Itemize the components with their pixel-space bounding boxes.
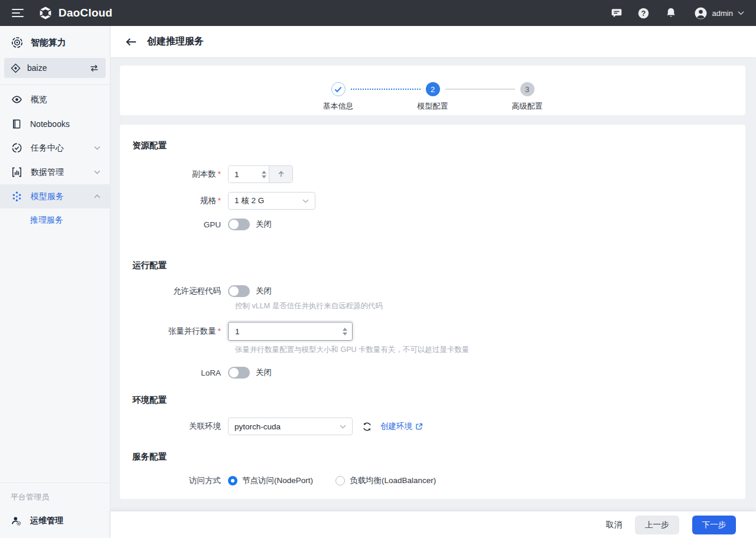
switch-workspace-icon[interactable] <box>89 64 99 73</box>
next-step-button[interactable]: 下一步 <box>692 516 737 534</box>
step-basic-info[interactable]: 基本信息 <box>331 82 346 96</box>
model-cluster-icon <box>11 191 22 202</box>
sidebar-item-label: 任务中心 <box>31 143 94 154</box>
chevron-down-icon <box>302 199 309 203</box>
sidebar-item-model-services[interactable]: 模型服务 <box>0 184 110 208</box>
spec-row: 规格* 1 核 2 G <box>132 192 729 210</box>
form-card: 资源配置 副本数* <box>120 125 745 499</box>
username: admin <box>712 9 733 18</box>
lora-toggle-state: 关闭 <box>256 367 272 378</box>
app-root: DaoCloud ? admin <box>0 0 756 538</box>
topbar: DaoCloud ? admin <box>0 0 756 26</box>
increment-icon[interactable] <box>343 328 347 331</box>
chevron-up-icon <box>94 194 100 198</box>
sidebar-subitem-label: 推理服务 <box>30 215 63 226</box>
replicas-row: 副本数* <box>132 165 729 183</box>
tensor-parallel-hint: 张量并行数量配置与模型大小和 GPU 卡数量有关，不可以超过显卡数量 <box>235 345 470 355</box>
sidebar-item-ops-management[interactable]: 运维管理 <box>0 508 110 533</box>
sidebar-item-notebooks[interactable]: Notebooks <box>0 112 110 136</box>
stepper-connector-solid <box>445 89 515 90</box>
step-model-config[interactable]: 2 模型配置 <box>426 82 440 96</box>
sidebar-item-overview[interactable]: 概览 <box>0 87 110 112</box>
tensor-parallel-label: 张量并行数量* <box>132 326 228 337</box>
spec-select[interactable]: 1 核 2 G <box>228 192 315 210</box>
platform-role-label: 平台管理员 <box>0 485 110 508</box>
decrement-icon[interactable] <box>262 175 266 178</box>
section-title-resource-config: 资源配置 <box>132 140 729 151</box>
step-number: 2 <box>426 82 440 96</box>
workspace-icon <box>11 63 21 73</box>
lora-row: LoRA 关闭 <box>132 367 729 379</box>
remote-code-hint: 控制 vLLM 是否信任并执行来自远程源的代码 <box>235 301 383 311</box>
create-environment-link[interactable]: 创建环境 <box>380 421 423 432</box>
sidebar-divider <box>0 84 110 85</box>
notifications-bell-icon[interactable] <box>664 6 677 19</box>
replicas-input-group <box>228 165 293 183</box>
replicas-label: 副本数* <box>132 169 228 180</box>
tensor-parallel-hint-row: 张量并行数量配置与模型大小和 GPU 卡数量有关，不可以超过显卡数量 <box>132 345 729 355</box>
chevron-down-icon <box>340 425 346 429</box>
sidebar-subitem-inference-service[interactable]: 推理服务 <box>0 208 110 232</box>
sidebar-item-label: 数据管理 <box>31 167 94 178</box>
decrement-icon[interactable] <box>343 332 347 335</box>
stepper-connector-dotted <box>351 89 421 90</box>
sidebar-item-label: 概览 <box>31 94 100 105</box>
env-select[interactable]: pytorch-cuda <box>228 418 353 435</box>
access-mode-label: 访问方式 <box>132 475 228 486</box>
workspace-selector[interactable]: baize <box>4 58 106 78</box>
user-chevron-down-icon <box>738 11 744 15</box>
required-marker: * <box>218 327 221 335</box>
messages-icon[interactable] <box>610 6 623 19</box>
gpu-label: GPU <box>132 220 228 229</box>
avatar-icon <box>694 6 708 20</box>
gpu-toggle-state: 关闭 <box>256 219 272 230</box>
remote-code-row: 允许远程代码 关闭 <box>132 285 729 297</box>
brand[interactable]: DaoCloud <box>38 5 112 21</box>
tensor-parallel-row: 张量并行数量* <box>132 322 729 341</box>
sidebar-bottom-divider <box>0 482 110 483</box>
section-title-runtime-config: 运行配置 <box>132 260 729 271</box>
tensor-parallel-input[interactable] <box>229 322 352 340</box>
sidebar-item-label: Notebooks <box>30 119 100 129</box>
user-menu[interactable]: admin <box>694 6 744 20</box>
sidebar-item-data-management[interactable]: 数据管理 <box>0 160 110 184</box>
compute-module-icon <box>11 36 24 49</box>
gpu-toggle[interactable] <box>228 219 250 230</box>
radio-unchecked-icon <box>335 476 345 485</box>
sidebar-item-task-center[interactable]: 任务中心 <box>0 136 110 160</box>
page-title: 创建推理服务 <box>147 35 204 48</box>
access-mode-radio-group: 节点访问(NodePort) 负载均衡(LoadBalancer) <box>228 475 436 486</box>
chevron-down-icon <box>94 170 100 174</box>
external-link-icon <box>415 423 423 431</box>
remote-code-toggle[interactable] <box>228 285 250 297</box>
sidebar-group-label: 智能算力 <box>31 37 66 48</box>
radio-nodeport[interactable]: 节点访问(NodePort) <box>228 475 313 486</box>
cancel-button[interactable]: 取消 <box>606 520 622 530</box>
access-mode-row: 访问方式 节点访问(NodePort) 负载均衡(LoadBalancer) <box>132 475 729 486</box>
autoscale-up-arrow-button[interactable] <box>269 166 292 182</box>
help-icon[interactable]: ? <box>637 6 650 19</box>
chevron-down-icon <box>94 146 100 150</box>
step-advanced-config[interactable]: 3 高级配置 <box>520 82 535 96</box>
daocloud-logo-icon <box>38 5 53 21</box>
remote-code-hint-row: 控制 vLLM 是否信任并执行来自远程源的代码 <box>132 301 729 311</box>
tensor-parallel-input-group <box>228 322 353 341</box>
lora-toggle[interactable] <box>228 367 250 379</box>
gpu-row: GPU 关闭 <box>132 219 729 230</box>
hamburger-menu-icon[interactable] <box>12 9 24 17</box>
refresh-icon[interactable] <box>361 421 372 432</box>
step-label: 模型配置 <box>418 101 448 112</box>
step-done-check-icon <box>331 82 346 96</box>
wizard-stepper: 基本信息 2 模型配置 3 高级配置 <box>331 82 535 96</box>
required-marker: * <box>218 169 221 178</box>
step-number: 3 <box>520 82 535 96</box>
section-title-service-config: 服务配置 <box>132 451 729 462</box>
remote-code-label: 允许远程代码 <box>132 286 228 296</box>
back-arrow-icon[interactable] <box>125 35 138 48</box>
increment-icon[interactable] <box>262 171 266 174</box>
previous-step-button[interactable]: 上一步 <box>635 516 679 534</box>
section-title-env-config: 环境配置 <box>132 394 729 406</box>
radio-label: 负载均衡(LoadBalancer) <box>350 475 436 486</box>
eye-icon <box>11 94 22 105</box>
radio-loadbalancer[interactable]: 负载均衡(LoadBalancer) <box>335 475 436 486</box>
